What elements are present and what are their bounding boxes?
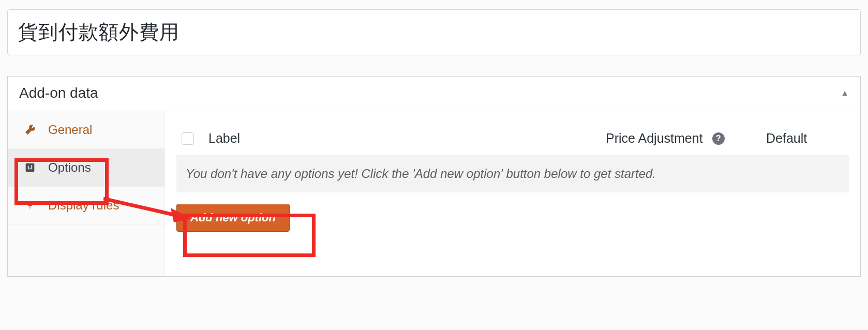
tab-general-label: General: [48, 123, 92, 137]
panel-header[interactable]: Add-on data ▲: [8, 77, 860, 111]
page-title: 貨到付款額外費用: [18, 19, 850, 46]
panel-body: General Options Display rules: [8, 111, 860, 276]
help-icon[interactable]: ?: [712, 132, 725, 145]
empty-options-message: You don't have any options yet! Click th…: [176, 155, 849, 192]
tab-options-label: Options: [48, 160, 91, 175]
column-default: Default: [766, 131, 849, 146]
addon-data-panel: Add-on data ▲ General Options: [7, 76, 861, 277]
pin-icon: [23, 199, 37, 212]
tab-display-rules-label: Display rules: [48, 198, 119, 213]
tab-display-rules[interactable]: Display rules: [8, 187, 164, 224]
title-input-box[interactable]: 貨到付款額外費用: [7, 9, 861, 55]
collapse-caret-icon[interactable]: ▲: [841, 88, 849, 98]
options-content: Label Price Adjustment ? Default You don…: [165, 111, 860, 276]
options-table-header: Label Price Adjustment ? Default: [176, 131, 849, 155]
settings-sidebar: General Options Display rules: [8, 111, 165, 276]
options-icon: [23, 161, 37, 174]
select-all-checkbox[interactable]: [182, 132, 194, 145]
tab-general[interactable]: General: [8, 111, 164, 149]
column-label: Label: [208, 131, 606, 146]
panel-header-title: Add-on data: [19, 85, 98, 101]
column-price-label: Price Adjustment: [606, 131, 703, 146]
add-button-row: Add new option: [176, 202, 849, 234]
column-price-adjustment: Price Adjustment ?: [606, 131, 766, 146]
wrench-icon: [23, 123, 37, 137]
tab-options[interactable]: Options: [8, 149, 164, 187]
add-new-option-button[interactable]: Add new option: [176, 204, 290, 232]
